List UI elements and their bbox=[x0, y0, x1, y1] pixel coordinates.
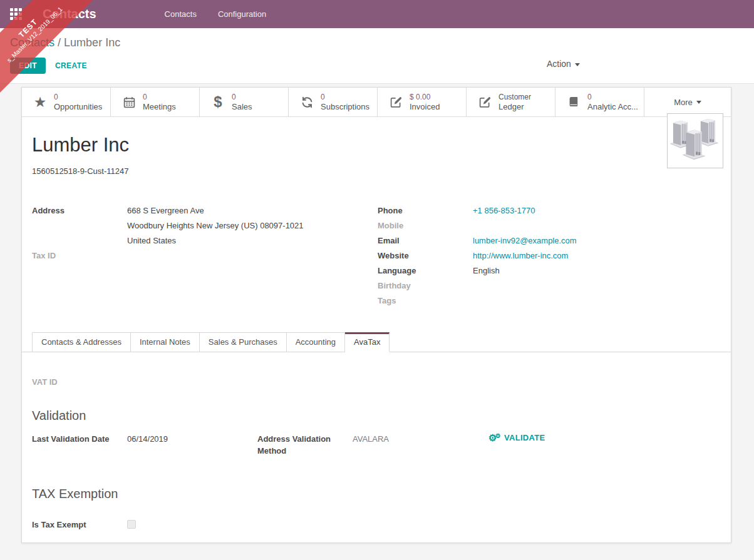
address-label: Address bbox=[32, 203, 127, 248]
is-tax-exempt-checkbox[interactable] bbox=[127, 520, 136, 529]
field-last-validation-date: Last Validation Date 06/14/2019 bbox=[32, 433, 257, 457]
language-value[interactable]: English bbox=[473, 263, 500, 278]
create-button[interactable]: CREATE bbox=[55, 61, 87, 70]
address-validation-method-label: Address Validation Method bbox=[257, 433, 340, 457]
field-mobile: Mobile bbox=[378, 218, 721, 233]
top-navbar: Contacts Contacts Configuration bbox=[0, 0, 754, 28]
email-link[interactable]: lumber-inv92@example.com bbox=[473, 236, 577, 245]
last-validation-date-label: Last Validation Date bbox=[32, 433, 127, 457]
form-sheet: ★ 0 Opportunities 0 Meetings bbox=[21, 87, 731, 543]
tab-internal-notes[interactable]: Internal Notes bbox=[131, 332, 200, 352]
breadcrumb: Contacts / Lumber Inc bbox=[10, 36, 744, 49]
field-phone: Phone +1 856-853-1770 bbox=[378, 203, 721, 218]
stat-button-row: ★ 0 Opportunities 0 Meetings bbox=[22, 88, 731, 117]
stat-subscriptions-button[interactable]: 0 Subscriptions bbox=[289, 88, 378, 116]
phone-label: Phone bbox=[378, 203, 473, 218]
tab-accounting[interactable]: Accounting bbox=[287, 332, 345, 352]
website-label: Website bbox=[378, 248, 473, 263]
field-address: Address 668 S Evergreen Ave Woodbury Hei… bbox=[32, 203, 378, 248]
menu-configuration[interactable]: Configuration bbox=[207, 1, 277, 27]
field-address-validation-method: Address Validation Method AVALARA bbox=[257, 433, 488, 457]
breadcrumb-separator: / bbox=[58, 36, 61, 49]
top-menu: Contacts Configuration bbox=[154, 1, 277, 27]
phone-link[interactable]: +1 856-853-1770 bbox=[473, 206, 535, 215]
stat-analytic-accounts-button[interactable]: 0 Analytic Acc... bbox=[555, 88, 644, 116]
calendar-icon bbox=[121, 96, 137, 109]
field-email: Email lumber-inv92@example.com bbox=[378, 233, 721, 248]
tags-label: Tags bbox=[378, 293, 473, 308]
stat-invoiced-button[interactable]: $ 0.00 Invoiced bbox=[378, 88, 467, 116]
star-icon: ★ bbox=[33, 95, 48, 109]
address-value[interactable]: 668 S Evergreen Ave Woodbury Heights New… bbox=[127, 203, 304, 248]
contacts-form-page: Contacts Contacts Configuration Contacts… bbox=[0, 0, 754, 560]
company-avatar[interactable] bbox=[667, 113, 723, 168]
last-validation-date-value[interactable]: 06/14/2019 bbox=[127, 433, 168, 457]
field-language: Language English bbox=[378, 263, 721, 278]
pencil-square-icon bbox=[388, 96, 403, 109]
tax-id-label: Tax ID bbox=[32, 248, 127, 263]
address-validation-method-value[interactable]: AVALARA bbox=[353, 433, 389, 457]
more-dropdown[interactable]: More bbox=[644, 88, 731, 116]
stat-customer-ledger-button[interactable]: Customer Ledger bbox=[467, 88, 555, 116]
book-icon bbox=[566, 96, 581, 108]
pencil-square-icon bbox=[477, 96, 492, 109]
mobile-label: Mobile bbox=[378, 218, 473, 233]
tax-exemption-heading: TAX Exemption bbox=[32, 487, 721, 501]
birthday-label: Birthday bbox=[378, 278, 473, 293]
vat-id-label: VAT ID bbox=[32, 375, 127, 390]
gears-icon: ⚙⚙ bbox=[488, 433, 503, 442]
content-area: ★ 0 Opportunities 0 Meetings bbox=[0, 84, 754, 543]
buildings-image bbox=[670, 116, 720, 165]
field-birthday: Birthday bbox=[378, 278, 721, 293]
breadcrumb-contacts-link[interactable]: Contacts bbox=[10, 36, 54, 49]
control-panel: Contacts / Lumber Inc EDIT CREATE Action bbox=[0, 28, 754, 84]
menu-contacts[interactable]: Contacts bbox=[154, 1, 207, 27]
field-vat-id: VAT ID bbox=[32, 375, 721, 390]
website-link[interactable]: http://www.lumber-inc.com bbox=[473, 251, 568, 260]
notebook-tabs: Contacts & Addresses Internal Notes Sale… bbox=[22, 332, 731, 352]
avatax-tab-content: VAT ID Validation Last Validation Date 0… bbox=[32, 352, 721, 532]
breadcrumb-current: Lumber Inc bbox=[64, 36, 120, 49]
action-dropdown[interactable]: Action bbox=[547, 59, 580, 69]
tab-sales-purchases[interactable]: Sales & Purchases bbox=[200, 332, 287, 352]
validation-heading: Validation bbox=[32, 409, 721, 423]
chevron-down-icon bbox=[696, 101, 701, 104]
refresh-icon bbox=[299, 96, 314, 109]
stat-opportunities-button[interactable]: ★ 0 Opportunities bbox=[22, 88, 111, 116]
apps-menu-icon[interactable] bbox=[10, 8, 22, 20]
field-is-tax-exempt: Is Tax Exempt bbox=[32, 517, 721, 532]
record-title: Lumber Inc bbox=[32, 135, 721, 156]
field-tags: Tags bbox=[378, 293, 721, 308]
field-tax-id: Tax ID bbox=[32, 248, 378, 263]
tab-avatax[interactable]: AvaTax bbox=[345, 332, 390, 352]
edit-button[interactable]: EDIT bbox=[10, 58, 46, 74]
stat-meetings-button[interactable]: 0 Meetings bbox=[111, 88, 200, 116]
email-label: Email bbox=[378, 233, 473, 248]
app-title: Contacts bbox=[43, 7, 96, 21]
details-section: Address 668 S Evergreen Ave Woodbury Hei… bbox=[32, 203, 721, 308]
validate-button[interactable]: ⚙⚙ VALIDATE bbox=[488, 433, 545, 457]
is-tax-exempt-label: Is Tax Exempt bbox=[32, 517, 127, 532]
chevron-down-icon bbox=[575, 63, 580, 66]
dollar-icon: $ bbox=[210, 94, 225, 109]
field-website: Website http://www.lumber-inc.com bbox=[378, 248, 721, 263]
stat-sales-button[interactable]: $ 0 Sales bbox=[200, 88, 289, 116]
language-label: Language bbox=[378, 263, 473, 278]
record-reference: 1560512518-9-Cust-11247 bbox=[32, 166, 721, 176]
tab-contacts-addresses[interactable]: Contacts & Addresses bbox=[32, 332, 131, 352]
